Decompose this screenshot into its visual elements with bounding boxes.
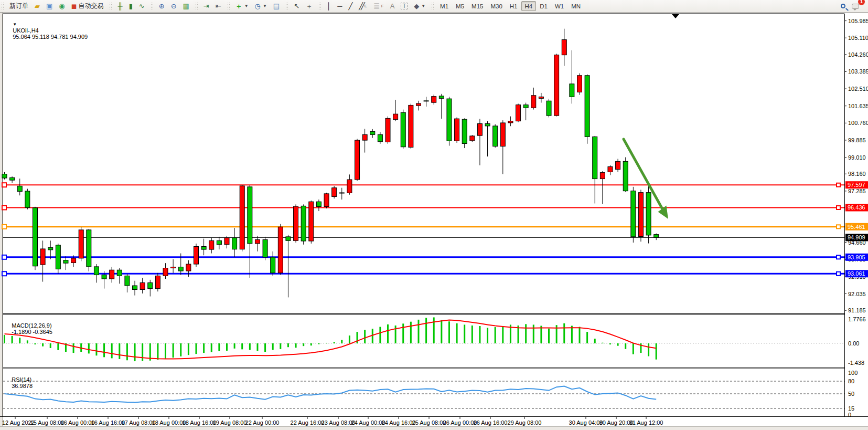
fibonacci-icon: ☰ xyxy=(373,3,380,9)
tile-windows-button[interactable]: ▦ xyxy=(180,1,192,12)
current-price-line-price-tag-label: 94.909 xyxy=(848,234,865,240)
chart-type-group: ╫ ▮ ∿ xyxy=(113,0,149,13)
one-click-trading-toggle[interactable]: ▼ xyxy=(13,22,17,27)
gold-icon-button[interactable]: ▰ xyxy=(31,1,43,12)
timeframe-button-D1[interactable]: D1 xyxy=(536,1,551,11)
chart-shift-marker[interactable] xyxy=(672,14,679,18)
auto-trading-button[interactable]: ◼ 自动交易 xyxy=(68,1,107,12)
signal-button[interactable]: ◉ xyxy=(56,1,68,12)
crosshair-icon: ＋ xyxy=(306,3,313,9)
new-order-button[interactable]: 新订单 xyxy=(6,1,31,12)
fibonacci-button[interactable]: ☰F xyxy=(370,1,387,12)
timeframe-button-W1[interactable]: W1 xyxy=(551,1,567,11)
line-chart-button[interactable]: ∿ xyxy=(136,1,148,12)
candle-up xyxy=(163,268,168,276)
support-line-93905-left-anchor[interactable] xyxy=(2,255,6,259)
toolbar-drag-handle[interactable] xyxy=(195,2,198,11)
price-axis-label: 101.635 xyxy=(848,103,868,109)
toolbar-drag-handle[interactable] xyxy=(431,2,434,11)
templates-button[interactable]: ▤ xyxy=(270,1,283,12)
time-axis-label: 15 Aug 08:00 xyxy=(30,419,65,426)
candle-down xyxy=(593,137,597,179)
candle-up xyxy=(554,55,559,116)
candle-down xyxy=(339,193,344,193)
candle-down xyxy=(424,101,428,101)
text-button[interactable]: A xyxy=(387,1,398,12)
price-axis-label: 92.035 xyxy=(848,291,866,297)
candle-up xyxy=(638,193,643,237)
text-label-button[interactable]: T xyxy=(398,1,411,12)
zoom-out-button[interactable]: ⊖ xyxy=(168,1,180,12)
candlestick-button[interactable]: ▮ xyxy=(126,1,136,12)
support-line-93061-left-anchor[interactable] xyxy=(2,271,6,276)
crosshair-button[interactable]: ＋ xyxy=(303,1,316,12)
chart-canvas[interactable]: 105.985105.110104.260103.385102.510101.6… xyxy=(0,13,868,430)
candle-down xyxy=(585,76,590,137)
toolbar-drag-handle[interactable] xyxy=(109,2,112,11)
chart-shift-button[interactable]: ⇤ xyxy=(212,1,224,12)
toolbar-drag-handle[interactable] xyxy=(1,2,4,11)
vertical-line-button[interactable]: │ xyxy=(324,1,334,12)
candle-up xyxy=(294,206,298,240)
timeframe-button-H1[interactable]: H1 xyxy=(506,1,521,11)
search-button[interactable] xyxy=(838,1,849,12)
timeframe-button-H4[interactable]: H4 xyxy=(521,1,537,11)
chat-icon xyxy=(852,4,859,9)
rsi-axis-label: 80 xyxy=(848,378,854,384)
support-line-95461-right-anchor[interactable] xyxy=(837,225,840,228)
candle-up xyxy=(278,227,283,273)
toolbar-drag-handle[interactable] xyxy=(151,2,153,11)
toolbar-drag-handle[interactable] xyxy=(318,2,321,11)
support-line-93061-right-anchor[interactable] xyxy=(837,272,840,276)
terminal-button[interactable]: ▣ xyxy=(43,1,56,12)
timeframe-button-M5[interactable]: M5 xyxy=(452,1,468,11)
candle-down xyxy=(217,240,221,244)
support-line-95461-left-anchor[interactable] xyxy=(2,225,6,229)
candle-down xyxy=(370,131,375,134)
bar-chart-button[interactable]: ╫ xyxy=(114,1,125,12)
indicators-button[interactable]: ＋▼ xyxy=(232,1,252,12)
candle-down xyxy=(546,101,551,116)
macd-values: -1.1890 -0.3645 xyxy=(12,329,52,335)
main-toolbar: 新订单 ▰ ▣ ◉ ◼ 自动交易 ╫ ▮ ∿ ⊕ ⊖ ▦ ⇥ ⇤ ＋▼ ◷▼ ▤… xyxy=(0,0,868,13)
zoom-group: ⊕ ⊖ ▦ xyxy=(154,0,194,13)
chevron-down-icon: ▼ xyxy=(263,4,267,8)
timeframe-button-MN[interactable]: MN xyxy=(567,1,584,11)
candle-down xyxy=(2,174,7,178)
time-axis-label: 31 Aug 12:00 xyxy=(629,419,663,426)
auto-scroll-button[interactable]: ⇥ xyxy=(200,1,212,12)
horizontal-line-button[interactable]: ─ xyxy=(334,1,345,12)
candle-down xyxy=(631,191,636,237)
timeframe-button-M1[interactable]: M1 xyxy=(436,1,452,11)
candle-down xyxy=(646,193,651,235)
candle-down xyxy=(25,191,30,207)
chart-title[interactable]: ▼ UKOil-,H4 95.064 95.118 94.781 94.909 xyxy=(6,15,88,46)
support-line-93905-right-anchor[interactable] xyxy=(837,255,840,259)
candle-down xyxy=(316,202,321,206)
resistance-line-96436-right-anchor[interactable] xyxy=(837,206,840,209)
cursor-button[interactable]: ↖ xyxy=(291,1,303,12)
rsi-indicator-label: RSI(14) 36.9878 xyxy=(5,370,33,395)
trendline-button[interactable]: ╱ xyxy=(345,1,356,12)
zoom-in-button[interactable]: ⊕ xyxy=(156,1,168,12)
timeframe-button-M15[interactable]: M15 xyxy=(468,1,487,11)
resistance-line-96436-left-anchor[interactable] xyxy=(2,205,6,209)
candle-down xyxy=(63,260,68,264)
resistance-line-97597-right-anchor[interactable] xyxy=(837,183,840,187)
resistance-line-97597-left-anchor[interactable] xyxy=(2,183,6,187)
arrows-button[interactable]: ◆▼ xyxy=(411,1,428,12)
periods-button[interactable]: ◷▼ xyxy=(252,1,270,12)
time-axis-label: 18 Aug 16:00 xyxy=(183,419,217,426)
toolbar-drag-handle[interactable] xyxy=(227,2,230,11)
candle-up xyxy=(385,118,390,142)
time-axis-label: 17 Aug 08:00 xyxy=(122,419,156,426)
timeframe-button-M30[interactable]: M30 xyxy=(487,1,506,11)
candle-down xyxy=(248,187,252,244)
notifications-button[interactable]: 1 xyxy=(849,1,862,12)
candle-down xyxy=(263,239,267,257)
toolbar-drag-handle[interactable] xyxy=(285,2,288,11)
chart-window[interactable]: 105.985105.110104.260103.385102.510101.6… xyxy=(0,13,868,430)
candle-down xyxy=(493,126,498,146)
vertical-line-icon: │ xyxy=(327,3,331,9)
channel-button[interactable]: ╱╱E xyxy=(356,1,370,12)
